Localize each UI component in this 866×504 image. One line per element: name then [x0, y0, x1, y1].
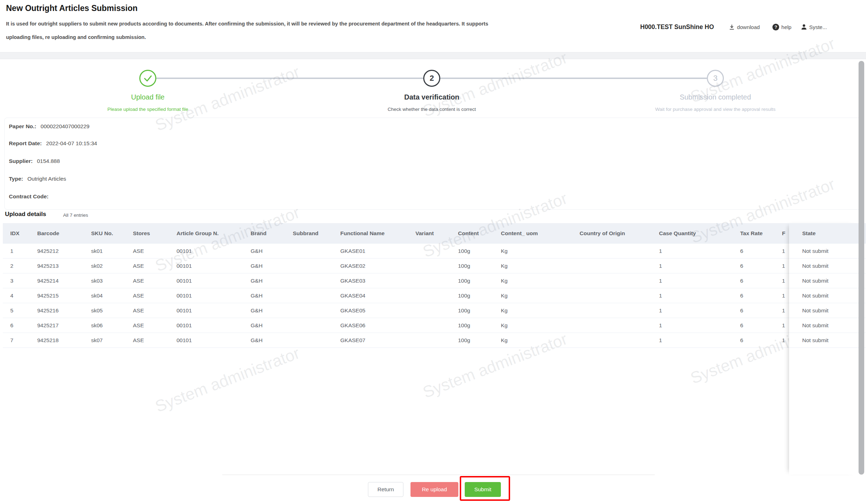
reupload-button[interactable]: Re upload [410, 482, 458, 497]
table-header-cell: Country of Origin [580, 223, 625, 244]
table-cell: 1 [782, 318, 785, 333]
table-header-cell: Tax Rate [740, 223, 762, 244]
paper-info-card [4, 118, 861, 210]
table-cell: 9425212 [37, 244, 58, 258]
table-cell: 9425218 [37, 333, 58, 347]
meta-row-report-date: Report Date: 2022-04-07 10:15:34 [9, 138, 97, 148]
table-row: 59425216sk05ASE00101G&HGKASE05100gKg161 [3, 303, 866, 318]
table-cell: Kg [501, 273, 508, 288]
state-cell: Not submit [789, 318, 859, 333]
table-cell: 100g [458, 273, 470, 288]
state-cell: Not submit [789, 303, 859, 318]
table-row: 69425217sk06ASE00101G&HGKASE06100gKg161 [3, 318, 866, 333]
return-button[interactable]: Return [368, 482, 403, 497]
table-cell: 1 [659, 303, 662, 318]
download-button[interactable]: download [729, 24, 760, 30]
table-cell: 6 [740, 303, 743, 318]
table-header-cell: Case Quantity [659, 223, 696, 244]
step-2-subtitle: Check whether the data content is correc… [333, 107, 531, 112]
table-cell: 6 [740, 273, 743, 288]
table-header-cell: Brand [251, 223, 267, 244]
table-cell: sk03 [91, 273, 103, 288]
user-icon [801, 24, 807, 30]
table-row: 39425214sk03ASE00101G&HGKASE03100gKg161 [3, 273, 866, 288]
table-cell: G&H [251, 259, 263, 273]
step-3-circle: 3 [707, 70, 724, 87]
table-cell: 2 [10, 259, 13, 273]
table-cell: 6 [740, 288, 743, 303]
user-label: Syste... [809, 24, 827, 30]
table-header-cell: Subbrand [293, 223, 318, 244]
table-cell: 9425213 [37, 259, 58, 273]
upload-details-count: All 7 entries [63, 213, 88, 218]
page-description-line1: It is used for outright suppliers to sub… [6, 21, 488, 27]
table-cell: 9425214 [37, 273, 58, 288]
table-cell: 9425217 [37, 318, 58, 333]
table-header-cell: Content_ uom [501, 223, 538, 244]
table-cell: ASE [133, 259, 144, 273]
table-cell: 1 [782, 273, 785, 288]
table-header-cell: IDX [10, 223, 19, 244]
table-cell: 1 [659, 244, 662, 258]
table-cell: 9425215 [37, 288, 58, 303]
table-cell: 1 [782, 333, 785, 347]
table-cell: 00101 [177, 333, 192, 347]
table-cell: 1 [659, 259, 662, 273]
table-cell: 1 [10, 244, 13, 258]
table-cell: G&H [251, 244, 263, 258]
table-cell: 6 [740, 333, 743, 347]
table-cell: 4 [10, 288, 13, 303]
meta-row-type: Type: Outright Articles [9, 174, 66, 184]
table-cell: 9425216 [37, 303, 58, 318]
table-cell: sk01 [91, 244, 103, 258]
table-cell: 100g [458, 259, 470, 273]
download-label: download [737, 24, 760, 30]
table-cell: Kg [501, 244, 508, 258]
user-menu[interactable]: Syste... [801, 24, 827, 30]
table-cell: G&H [251, 303, 263, 318]
table-header-cell: Content [458, 223, 479, 244]
table-cell: 00101 [177, 288, 192, 303]
table-cell: ASE [133, 318, 144, 333]
table-cell: GKASE04 [340, 288, 365, 303]
table-row: 29425213sk02ASE00101G&HGKASE02100gKg161 [3, 259, 866, 273]
table-cell: 1 [782, 244, 785, 258]
table-cell: ASE [133, 333, 144, 347]
state-fixed-column: State Not submitNot submitNot submitNot … [789, 223, 859, 475]
table-cell: sk04 [91, 288, 103, 303]
topbar: H000.TEST SunShine HO download ? help Sy… [640, 20, 827, 34]
table-cell: 100g [458, 288, 470, 303]
table-row: 49425215sk04ASE00101G&HGKASE04100gKg161 [3, 288, 866, 303]
vertical-scrollbar[interactable] [859, 61, 864, 475]
table-row: 19425212sk01ASE00101G&HGKASE01100gKg161 [3, 244, 866, 259]
table-cell: 00101 [177, 259, 192, 273]
upload-details-title: Upload details [5, 211, 46, 218]
table-header-cell: Variant [415, 223, 434, 244]
step-1-circle [139, 70, 156, 87]
help-button[interactable]: ? help [772, 24, 791, 30]
table-cell: 100g [458, 303, 470, 318]
table-row: 79425218sk07ASE00101G&HGKASE07100gKg161 [3, 333, 866, 348]
table-cell: GKASE02 [340, 259, 365, 273]
submit-button[interactable]: Submit [465, 482, 501, 497]
table-cell: 1 [659, 318, 662, 333]
step-2-circle: 2 [423, 70, 440, 87]
meta-row-supplier: Supplier: 0154.888 [9, 156, 60, 166]
table-cell: 6 [10, 318, 13, 333]
table-cell: 3 [10, 273, 13, 288]
table-cell: ASE [133, 244, 144, 258]
report-date-label: Report Date: [9, 140, 42, 147]
watermark: System administrator [152, 343, 302, 416]
table-header-row: IDXBarcodeSKU No.StoresArticle Group N.B… [3, 223, 866, 244]
table-cell: GKASE06 [340, 318, 365, 333]
state-cell: Not submit [789, 244, 859, 259]
table-cell: 7 [10, 333, 13, 347]
table-cell: Kg [501, 303, 508, 318]
type-label: Type: [9, 176, 23, 182]
table-cell: 1 [659, 288, 662, 303]
table-header-cell: Barcode [37, 223, 59, 244]
page-title: New Outright Articles Submission [6, 4, 138, 13]
step-3-title: Submission completed [637, 93, 793, 101]
header-divider-band [0, 52, 866, 59]
paper-no-value: 0000220407000229 [41, 123, 90, 130]
